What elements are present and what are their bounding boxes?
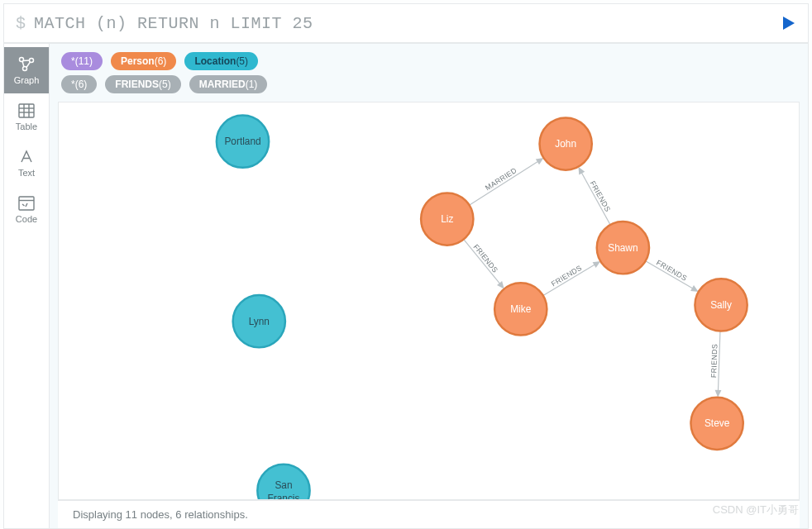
svg-marker-26 xyxy=(690,285,699,292)
graph-node-sanfran[interactable]: SanFrancis xyxy=(257,465,309,499)
play-icon xyxy=(780,15,796,31)
svg-marker-29 xyxy=(715,390,722,398)
graph-svg[interactable]: MARRIEDFRIENDSFRIENDSFRIENDSFRIENDSFRIEN… xyxy=(59,102,799,499)
graph-node-steve[interactable]: Steve xyxy=(690,398,743,450)
status-text: Displaying 11 nodes, 6 relationships. xyxy=(73,508,248,521)
svg-point-46 xyxy=(695,279,747,331)
rel-types-row: *(6)FRIENDS(5)MARRIED(1) xyxy=(61,75,796,93)
svg-line-13 xyxy=(469,161,537,205)
svg-line-3 xyxy=(23,60,31,61)
sidebar-tab-text[interactable]: Text xyxy=(4,140,49,186)
sidebar-tab-label: Code xyxy=(16,214,37,224)
sidebar-tab-table[interactable]: Table xyxy=(4,93,49,140)
svg-point-1 xyxy=(30,59,34,63)
node-labels-row: *(11)Person(6)Location(5) xyxy=(61,52,796,70)
graph-icon xyxy=(17,55,36,74)
svg-marker-23 xyxy=(593,261,601,268)
sidebar-tab-label: Text xyxy=(18,168,35,178)
graph-node-lynn[interactable]: Lynn xyxy=(233,295,285,347)
result-frame: Graph Table Text xyxy=(3,43,809,529)
sidebar-tab-label: Table xyxy=(16,122,37,131)
table-icon xyxy=(18,102,35,120)
filter-chip-location[interactable]: Location(5) xyxy=(184,52,258,70)
svg-point-44 xyxy=(494,283,547,335)
svg-marker-20 xyxy=(497,281,504,288)
overview-filters: *(11)Person(6)Location(5) *(6)FRIENDS(5)… xyxy=(50,44,808,98)
svg-point-40 xyxy=(421,193,473,245)
svg-line-28 xyxy=(718,331,719,391)
filter-chip-friends[interactable]: FRIENDS(5) xyxy=(105,75,180,93)
graph-node-liz[interactable]: Liz xyxy=(421,193,473,245)
svg-text:FRIENDS: FRIENDS xyxy=(550,264,583,288)
graph-node-mike[interactable]: Mike xyxy=(494,283,547,335)
svg-text:FRIENDS: FRIENDS xyxy=(589,179,613,213)
sidebar-tab-graph[interactable]: Graph xyxy=(4,47,49,93)
graph-canvas[interactable]: MARRIEDFRIENDSFRIENDSFRIENDSFRIENDSFRIEN… xyxy=(58,102,800,500)
status-bar: Displaying 11 nodes, 6 relationships. xyxy=(58,500,800,528)
filter-chip-all[interactable]: *(11) xyxy=(61,52,103,70)
graph-node-sally[interactable]: Sally xyxy=(695,279,747,331)
cypher-query-input[interactable]: MATCH (n) RETURN n LIMIT 25 xyxy=(34,14,780,33)
sidebar-tab-code[interactable]: Code xyxy=(4,186,49,232)
svg-point-31 xyxy=(217,116,269,168)
text-icon xyxy=(18,148,35,166)
svg-point-42 xyxy=(597,222,649,274)
filter-chip-person[interactable]: Person(6) xyxy=(111,52,176,70)
filter-chip-all[interactable]: *(6) xyxy=(61,75,97,93)
svg-text:MARRIED: MARRIED xyxy=(484,166,518,193)
sidebar-tab-label: Graph xyxy=(14,75,40,85)
svg-text:FRIENDS: FRIENDS xyxy=(709,344,719,378)
query-editor-bar: $ MATCH (n) RETURN n LIMIT 25 xyxy=(3,3,809,43)
svg-text:FRIENDS: FRIENDS xyxy=(471,243,499,274)
svg-rect-6 xyxy=(19,104,34,117)
svg-text:FRIENDS: FRIENDS xyxy=(655,259,689,283)
run-query-button[interactable] xyxy=(780,15,796,31)
svg-point-38 xyxy=(540,117,592,169)
view-sidebar: Graph Table Text xyxy=(3,43,50,529)
svg-line-5 xyxy=(26,62,31,68)
graph-node-john[interactable]: John xyxy=(540,117,592,169)
prompt-symbol: $ xyxy=(16,14,26,33)
svg-marker-14 xyxy=(536,158,544,164)
svg-point-33 xyxy=(233,295,285,347)
svg-point-48 xyxy=(690,398,743,450)
graph-node-portland[interactable]: Portland xyxy=(217,116,269,168)
filter-chip-married[interactable]: MARRIED(1) xyxy=(189,75,268,93)
code-icon xyxy=(18,194,35,212)
svg-point-35 xyxy=(257,465,309,499)
result-content: *(11)Person(6)Location(5) *(6)FRIENDS(5)… xyxy=(50,43,809,529)
svg-line-4 xyxy=(22,61,24,67)
svg-rect-11 xyxy=(19,197,34,210)
graph-node-shawn[interactable]: Shawn xyxy=(597,222,649,274)
